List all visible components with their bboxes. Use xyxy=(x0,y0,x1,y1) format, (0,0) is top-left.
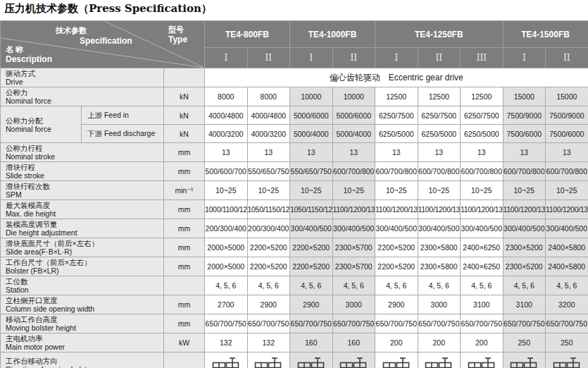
unit-cell: mm xyxy=(164,143,205,162)
value-cell: 160 xyxy=(290,333,333,352)
value-cell: 6250/7500 xyxy=(461,106,503,125)
icon-cell xyxy=(461,352,503,368)
value-cell: 650/700/750 xyxy=(546,314,588,333)
row-label: 滑块行程Slide stroke xyxy=(1,162,164,181)
value-cell: 4000/4800 xyxy=(205,106,248,125)
row-label-zh: 工作台尺寸（前后×左右） xyxy=(6,258,162,266)
table-row-moving-bolster-height: 移动工作台高度Moving bolster heightmm650/700/75… xyxy=(1,314,588,333)
bolster-direction-icon xyxy=(338,356,369,368)
row-label: 装模高度调节量Die height adjustment xyxy=(1,219,164,238)
bolster-direction-icon xyxy=(508,356,539,368)
value-cell: 4, 5, 6 xyxy=(332,276,375,295)
value-cell: 4, 5, 6 xyxy=(503,276,546,295)
value-cell: 1100/1200/1300 xyxy=(332,200,375,219)
value-cell: 10000 xyxy=(290,87,333,106)
table-row-slide-stroke: 滑块行程Slide strokemm500/600/700550/650/750… xyxy=(1,162,588,181)
row-label: 工作台移动方向Direction of moving bolster xyxy=(1,352,164,368)
unit-cell: kN xyxy=(164,125,205,143)
table-row-nominal-force-feed-in: 公称力分配Nominal force上游 Feed inkN4000/48004… xyxy=(1,106,588,125)
value-cell: 6250/5000 xyxy=(375,125,418,143)
value-cell: 650/700/750 xyxy=(290,314,333,333)
model-header-te4-800fb: TE4-800FB xyxy=(205,21,290,48)
table-header: 技术参数 Specification 型号Type 名 称Description… xyxy=(1,21,588,68)
value-cell: 10~25 xyxy=(290,181,333,200)
unit-cell: mm xyxy=(164,257,205,276)
table-row-column-side-opening-width: 立柱侧开口宽度Column side opening widthmm270029… xyxy=(1,295,588,314)
value-cell: 3200 xyxy=(546,295,588,314)
value-cell: 2300×5200 xyxy=(503,238,546,257)
value-cell: 4, 5, 6 xyxy=(247,276,290,295)
row-label-zh: 工位数 xyxy=(6,277,162,286)
value-cell: 300/400/500 xyxy=(332,219,375,238)
icon-cell xyxy=(503,352,546,368)
value-cell: 2400×6250 xyxy=(461,238,503,257)
value-cell: 10~25 xyxy=(247,181,290,200)
row-label-zh: 装模高度调节量 xyxy=(6,220,162,228)
row-label-en: Die height adjustment xyxy=(6,228,162,237)
value-cell: 12500 xyxy=(375,87,418,106)
value-cell: 4000/3200 xyxy=(205,125,248,143)
value-cell: 300/400/500 xyxy=(461,219,503,238)
value-cell: 160 xyxy=(332,333,375,352)
unit-cell: mm xyxy=(164,295,205,314)
header-type-en: Type xyxy=(168,35,187,44)
value-cell: 6250/5000 xyxy=(418,125,461,143)
value-cell: 500/600/700 xyxy=(205,162,248,181)
value-cell: 1050/1150/1250 xyxy=(290,200,333,219)
value-cell: 2200×5200 xyxy=(290,238,333,257)
value-cell: 13 xyxy=(247,143,290,162)
row-label-zh: 工作台移动方向 xyxy=(6,357,162,365)
value-cell: 2900 xyxy=(375,295,418,314)
header-type-zh: 型号 xyxy=(168,25,184,34)
row-label-zh: 公称力行程 xyxy=(6,144,162,152)
icon-cell xyxy=(375,352,418,368)
value-cell: 2300×5700 xyxy=(332,257,375,276)
unit-cell: mm xyxy=(164,314,205,333)
row-label: 立柱侧开口宽度Column side opening width xyxy=(1,295,164,314)
header-type: 型号Type xyxy=(168,25,187,44)
table-row-main-motor-power: 主电机功率Main motor powerkW13213216016020020… xyxy=(1,333,588,352)
unit-cell: mm xyxy=(164,162,205,181)
variant-header: II xyxy=(247,48,290,68)
row-label-en: SPM xyxy=(6,190,162,199)
icon-cell xyxy=(546,352,588,368)
value-cell: 8000 xyxy=(247,87,290,106)
value-cell: 650/700/750 xyxy=(375,314,418,333)
value-cell: 5000/4000 xyxy=(332,125,375,143)
value-cell: 3100 xyxy=(461,295,503,314)
unit-cell: kN xyxy=(164,87,205,106)
value-cell: 13 xyxy=(503,143,546,162)
icon-cell xyxy=(247,352,290,368)
row-label: 移动工作台高度Moving bolster height xyxy=(1,314,164,333)
row-label-zh: 滑块行程 xyxy=(6,163,162,171)
value-cell: 15000 xyxy=(546,87,588,106)
header-row-models: 技术参数 Specification 型号Type 名 称Description… xyxy=(1,21,588,48)
table-row-slide-area: 滑块底面尺寸（前后×左右）Slide area(F·B×L·R)mm2000×5… xyxy=(1,238,588,257)
value-cell: 2400×5800 xyxy=(546,238,588,257)
row-label-en: Bolster (FB×LR) xyxy=(6,266,162,275)
value-cell: 13 xyxy=(332,143,375,162)
page-title-en: （Press Specification） xyxy=(78,2,212,15)
value-cell: 7500/9000 xyxy=(546,106,588,125)
value-cell: 3000 xyxy=(332,295,375,314)
table-row-bolster-size: 工作台尺寸（前后×左右）Bolster (FB×LR)mm2000×500022… xyxy=(1,257,588,276)
unit-cell: min⁻¹ xyxy=(164,181,205,200)
row-label-zh: 立柱侧开口宽度 xyxy=(6,296,162,305)
row-sublabel: 下游 Feed discharge xyxy=(82,125,164,143)
value-cell: 650/700/750 xyxy=(205,314,248,333)
variant-header: II xyxy=(546,48,588,68)
value-cell: 2000×5000 xyxy=(205,238,248,257)
value-cell: 13 xyxy=(375,143,418,162)
value-cell: 6250/5000 xyxy=(461,125,503,143)
value-cell: 200/300/400 xyxy=(247,219,290,238)
row-label: 公称力行程Nominal stroke xyxy=(1,143,164,162)
value-cell: 1100/1200/1300 xyxy=(503,200,546,219)
row-label-zh: 最大装模高度 xyxy=(6,201,162,209)
header-spec-zh: 技术参数 xyxy=(56,25,87,36)
table-row-nominal-force-feed-discharge: 下游 Feed dischargekN4000/32004000/3200500… xyxy=(1,125,588,143)
variant-header: I xyxy=(205,48,248,68)
value-cell: 3000 xyxy=(418,295,461,314)
value-cell: 10~25 xyxy=(546,181,588,200)
table-row-drive: 驱动方式Drive偏心齿轮驱动 Eccentric gear drive xyxy=(1,68,588,87)
value-cell: 5000/6000 xyxy=(332,106,375,125)
